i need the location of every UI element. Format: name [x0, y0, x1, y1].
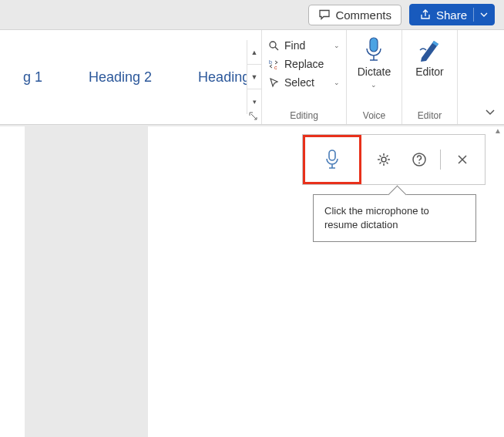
styles-scroll-down[interactable]: ▼: [247, 65, 261, 89]
comments-button[interactable]: Comments: [308, 5, 402, 25]
share-divider: [473, 8, 474, 22]
styles-scroll-up[interactable]: ▲: [247, 40, 261, 65]
comment-icon: [318, 8, 331, 21]
dictation-mic-button[interactable]: [303, 135, 361, 184]
editor-group: Editor Editor: [402, 30, 458, 124]
style-heading-1[interactable]: g 1: [0, 69, 66, 86]
chevron-down-icon: ⌄: [334, 79, 340, 86]
comments-label: Comments: [335, 8, 391, 22]
gear-icon: [376, 152, 391, 167]
share-button[interactable]: Share: [409, 4, 495, 25]
collapse-ribbon-button[interactable]: [482, 104, 498, 119]
style-heading-3[interactable]: Heading 3: [175, 69, 247, 86]
close-icon: [456, 153, 469, 166]
microphone-icon: [324, 149, 341, 170]
editing-group: Find ⌄ bc Replace Select ⌄ Editing: [262, 30, 347, 124]
replace-label: Replace: [284, 58, 324, 70]
dictation-settings-button[interactable]: [370, 146, 398, 173]
svg-point-0: [270, 42, 276, 48]
search-icon: [268, 40, 280, 52]
scroll-up-arrow[interactable]: ▲: [494, 126, 502, 135]
chevron-down-icon: ⌄: [334, 42, 340, 49]
dictation-toolbar: [302, 134, 486, 185]
ribbon: g 1 Heading 2 Heading 3 ▲ ▼ ▾ Find ⌄ bc: [0, 29, 504, 125]
dictation-tooltip: Click the microphone to resume dictation: [313, 194, 476, 242]
find-label: Find: [284, 39, 305, 52]
tooltip-text: Click the microphone to resume dictation: [324, 205, 429, 230]
share-icon: [419, 8, 432, 21]
svg-rect-4: [329, 150, 335, 160]
title-bar: Comments Share: [0, 0, 504, 29]
dictation-help-button[interactable]: [405, 146, 433, 173]
cursor-icon: [268, 77, 280, 89]
chevron-down-icon: [480, 11, 488, 18]
separator: [440, 150, 441, 170]
editor-button[interactable]: Editor: [415, 36, 444, 78]
voice-group: Dictate ⌄ Voice: [347, 30, 402, 124]
styles-dialog-launcher[interactable]: [247, 110, 258, 121]
chevron-down-icon: ⌄: [371, 81, 377, 89]
share-label: Share: [436, 8, 467, 22]
svg-text:b: b: [269, 59, 272, 65]
dictation-actions: [361, 135, 485, 184]
microphone-icon: [362, 36, 385, 62]
styles-spinner: ▲ ▼ ▾: [247, 40, 261, 114]
svg-point-5: [381, 157, 386, 162]
editor-label: Editor: [415, 66, 444, 78]
dictation-close-button[interactable]: [449, 146, 476, 173]
editor-group-label: Editor: [418, 107, 442, 123]
find-button[interactable]: Find ⌄: [267, 36, 341, 55]
dictate-button[interactable]: Dictate ⌄: [358, 36, 391, 89]
replace-icon: bc: [268, 59, 280, 70]
svg-point-7: [418, 163, 420, 164]
styles-group: g 1 Heading 2 Heading 3 ▲ ▼ ▾: [0, 30, 262, 124]
select-label: Select: [284, 76, 314, 89]
style-heading-2[interactable]: Heading 2: [66, 69, 175, 86]
editor-pen-icon: [417, 36, 442, 62]
voice-group-label: Voice: [363, 107, 385, 123]
dictate-label: Dictate: [358, 66, 391, 78]
replace-button[interactable]: bc Replace: [267, 55, 341, 73]
editing-group-label: Editing: [267, 107, 341, 123]
styles-gallery[interactable]: g 1 Heading 2 Heading 3: [0, 30, 247, 124]
page-fragment-left: [0, 126, 25, 437]
svg-rect-3: [370, 38, 378, 52]
select-button[interactable]: Select ⌄: [267, 73, 341, 92]
svg-text:c: c: [274, 65, 277, 70]
help-icon: [412, 152, 427, 167]
